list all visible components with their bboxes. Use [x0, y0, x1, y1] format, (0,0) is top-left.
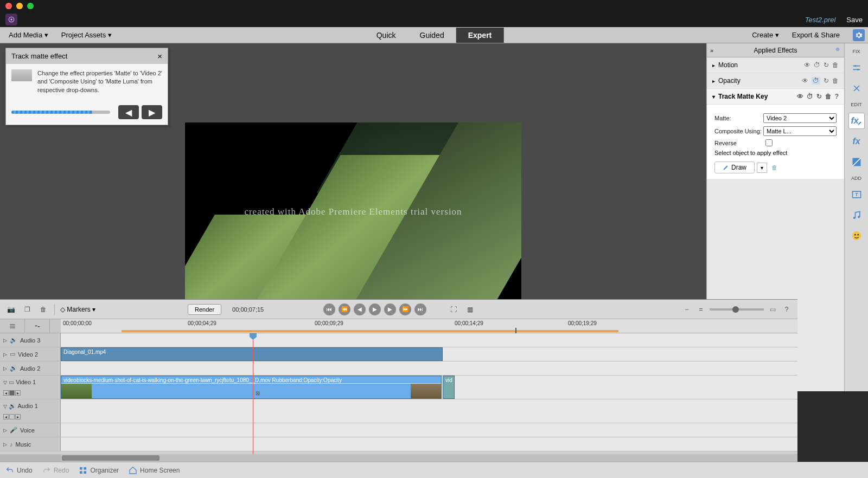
track-audio1[interactable]: ▽ 🔊 Audio 1◂▸ — [0, 399, 61, 423]
track-music[interactable]: ▷♪Music — [0, 437, 61, 451]
trash-icon[interactable]: 🗑 — [832, 77, 839, 85]
graphics-icon[interactable] — [848, 228, 865, 244]
keyframe-toggle-icon[interactable] — [834, 46, 841, 54]
svg-point-3 — [837, 49, 838, 50]
window-traffic-lights[interactable] — [5, 3, 34, 9]
preferences-icon[interactable] — [853, 29, 865, 41]
zoom-slider[interactable] — [710, 308, 764, 311]
fx-icon[interactable]: fx — [848, 133, 865, 150]
undo-button[interactable]: Undo — [5, 466, 33, 475]
tooltip-next-button[interactable]: ▶ — [142, 105, 162, 119]
prev-frame-icon[interactable]: ◀ — [354, 303, 366, 315]
organizer-button[interactable]: Organizer — [79, 466, 119, 475]
track-audio2[interactable]: ▷🔊Audio 2 — [0, 361, 61, 375]
step-back-icon[interactable]: ⏪ — [339, 303, 350, 315]
next-frame-icon[interactable]: ▶ — [384, 303, 396, 315]
tab-quick[interactable]: Quick — [365, 28, 408, 43]
zoom-in-icon[interactable]: ▭ — [767, 304, 778, 315]
markers-menu[interactable]: ◇ Markers ▾ — [60, 306, 95, 313]
draw-button[interactable]: Draw — [714, 162, 755, 173]
app-icon — [5, 14, 17, 25]
help-icon[interactable]: ? — [835, 93, 839, 100]
tooltip-text: Change the effect properties 'Matte' to … — [37, 69, 162, 94]
reset-icon[interactable]: ↻ — [816, 93, 822, 100]
zoom-fit-icon[interactable]: = — [695, 304, 706, 315]
work-area-bar[interactable] — [122, 330, 618, 332]
delete-icon[interactable]: 🗑 — [38, 304, 49, 315]
create-menu[interactable]: Create ▾ — [746, 29, 784, 41]
timeline-mode-2[interactable] — [25, 319, 50, 333]
track-video1[interactable]: ▽ ▭ Video 1◂▸ — [0, 376, 61, 399]
reset-icon[interactable]: ↻ — [824, 77, 829, 85]
reset-icon[interactable]: ↻ — [824, 61, 829, 69]
adjust-icon[interactable] — [848, 60, 865, 76]
eye-icon[interactable]: 👁 — [797, 93, 803, 100]
trash-icon[interactable]: 🗑 — [832, 61, 839, 69]
effect-opacity[interactable]: ▸ Opacity 👁 ⏱ ↻ 🗑 — [707, 73, 844, 89]
track-video2[interactable]: ▷▭Video 2 — [0, 347, 61, 361]
svg-rect-6 — [852, 158, 860, 166]
freeze-frame-icon[interactable]: ❐ — [22, 304, 33, 315]
tooltip-thumbnail — [11, 69, 32, 81]
draw-dropdown[interactable]: ▾ — [757, 163, 767, 173]
tab-expert[interactable]: Expert — [456, 28, 504, 43]
tooltip-prev-button[interactable]: ◀ — [118, 105, 139, 119]
clear-mask-icon[interactable]: 🗑 — [771, 164, 777, 171]
clip-diagonal[interactable]: Diagonal_01.mp4 — [61, 347, 443, 361]
trash-icon[interactable]: 🗑 — [825, 93, 832, 100]
svg-point-9 — [853, 217, 855, 219]
goto-start-icon[interactable]: ⏮ — [323, 303, 335, 315]
zoom-out-icon[interactable]: − — [681, 304, 692, 315]
stopwatch-icon[interactable]: ⏱ — [812, 77, 820, 85]
eye-icon[interactable]: 👁 — [804, 61, 810, 69]
fullscreen-icon[interactable]: ⛶ — [448, 304, 459, 315]
current-timecode[interactable]: 00;00;07;15 — [232, 306, 264, 313]
panel-expand-icon[interactable]: » — [710, 47, 713, 54]
document-filename: Test2.prel — [805, 16, 836, 24]
svg-point-0 — [9, 17, 14, 22]
time-ruler[interactable]: 00;00;00;00 00;00;04;29 00;00;09;29 00;0… — [61, 319, 797, 333]
goto-end-icon[interactable]: ⏭ — [414, 303, 426, 315]
stopwatch-icon[interactable]: ⏱ — [814, 61, 820, 69]
composite-select[interactable]: Matte L... — [763, 126, 837, 136]
matte-select[interactable]: Video 2 — [763, 113, 837, 123]
tooltip-progress — [11, 111, 110, 114]
playhead[interactable] — [253, 333, 253, 454]
tools-icon[interactable] — [848, 80, 865, 96]
trial-watermark: created with Adobe Premiere Elements tri… — [185, 206, 521, 217]
svg-point-12 — [854, 234, 856, 236]
track-voice[interactable]: ▷🎤Voice — [0, 423, 61, 437]
stopwatch-icon[interactable]: ⏱ — [807, 93, 813, 100]
marker-line[interactable] — [515, 328, 516, 333]
effect-track-matte-key[interactable]: ▾ Track Matte Key 👁 ⏱ ↻ 🗑 ? — [707, 89, 844, 105]
effects-icon[interactable]: fx — [848, 113, 865, 129]
reverse-checkbox[interactable] — [765, 139, 773, 146]
matte-label: Matte: — [714, 115, 763, 121]
effect-motion[interactable]: ▸ Motion 👁 ⏱ ↻ 🗑 — [707, 57, 844, 73]
project-assets-menu[interactable]: Project Assets ▾ — [56, 29, 117, 41]
timeline-mode-1[interactable] — [0, 319, 25, 333]
add-media-menu[interactable]: Add Media ▾ — [3, 29, 54, 41]
program-monitor[interactable]: created with Adobe Premiere Elements tri… — [185, 122, 521, 312]
play-icon[interactable]: ▶ — [369, 303, 381, 315]
titles-icon[interactable]: T — [848, 186, 865, 203]
step-fwd-icon[interactable]: ⏩ — [399, 303, 411, 315]
track-audio3[interactable]: ▷🔊Audio 3 — [0, 333, 61, 347]
tab-guided[interactable]: Guided — [408, 28, 456, 43]
svg-text:T: T — [855, 192, 858, 197]
render-button[interactable]: Render — [188, 304, 221, 315]
music-icon[interactable] — [848, 207, 865, 223]
timeline-scrollbar[interactable] — [0, 454, 797, 462]
clip-vid[interactable]: vid — [443, 376, 455, 399]
eye-icon[interactable]: 👁 — [802, 77, 808, 85]
export-share-button[interactable]: Export & Share — [787, 29, 845, 41]
transitions-icon[interactable] — [848, 154, 865, 170]
clip-cat-video[interactable]: videoblocks-medium-shot-of-cat-is-walkin… — [61, 376, 442, 399]
redo-button[interactable]: Redo — [42, 466, 69, 475]
safe-margins-icon[interactable]: ▦ — [464, 304, 475, 315]
help-icon[interactable]: ? — [781, 304, 792, 315]
close-icon[interactable]: × — [157, 51, 162, 61]
save-button[interactable]: Save — [846, 16, 863, 24]
home-screen-button[interactable]: Home Screen — [129, 466, 180, 475]
snapshot-icon[interactable]: 📷 — [5, 304, 16, 315]
